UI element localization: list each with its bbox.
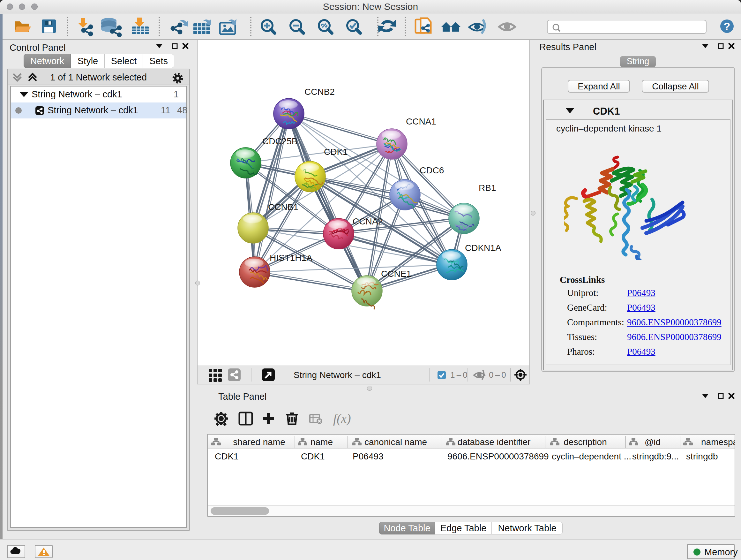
svg-text:CCNE1: CCNE1	[381, 269, 411, 279]
svg-text:RB1: RB1	[479, 183, 496, 193]
svg-text:database identifier: database identifier	[458, 437, 531, 447]
svg-text:name: name	[311, 437, 333, 447]
svg-text:1 – 0: 1 – 0	[450, 370, 468, 380]
svg-text:CDC6: CDC6	[420, 165, 444, 175]
svg-text:0 – 0: 0 – 0	[489, 370, 506, 380]
svg-text:f(x): f(x)	[333, 411, 351, 426]
svg-text:CCNA1: CCNA1	[406, 117, 436, 126]
svg-text:namespace: namespace	[701, 437, 735, 447]
svg-text:CDKN1A: CDKN1A	[465, 243, 501, 253]
svg-text:CCNB2: CCNB2	[305, 87, 335, 97]
svg-text:description: description	[563, 437, 607, 447]
svg-text:HIST1H1A: HIST1H1A	[270, 253, 313, 263]
svg-text:CDK1: CDK1	[324, 147, 348, 157]
svg-text:CCNB1: CCNB1	[268, 202, 298, 212]
svg-text:shared name: shared name	[233, 437, 285, 447]
svg-text:CCNA2: CCNA2	[353, 216, 383, 226]
svg-text:canonical name: canonical name	[364, 437, 427, 447]
svg-text:?: ?	[724, 20, 731, 32]
svg-text:String Network – cdk1: String Network – cdk1	[293, 370, 381, 380]
svg-text:CDC25B: CDC25B	[262, 136, 297, 146]
svg-text:@id: @id	[645, 437, 661, 447]
